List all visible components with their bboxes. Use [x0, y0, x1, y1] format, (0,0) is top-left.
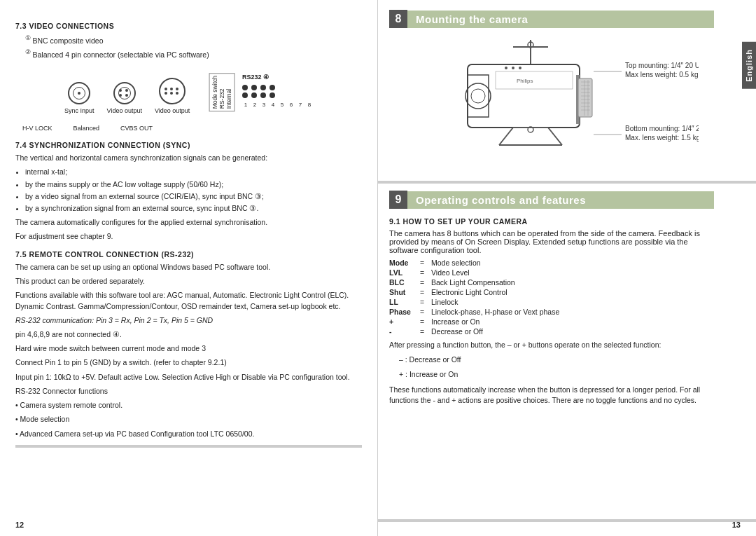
svg-text:Bottom mounting: 1/4″  20 UNC: Bottom mounting: 1/4″ 20 UNC	[625, 125, 699, 132]
pin-dot	[164, 88, 167, 90]
svg-point-11	[519, 67, 522, 69]
feature-row-blc: BLC = Back Light Compensation	[389, 278, 714, 287]
pin-dot	[251, 85, 257, 90]
feature-eq: =	[420, 308, 428, 316]
sync-bullets: internal x-tal; by the mains supply or t…	[25, 167, 362, 214]
pin-dot	[119, 89, 122, 92]
connector-circle	[68, 82, 90, 104]
feature-eq: =	[420, 268, 428, 277]
list-item: by a synchronization signal from an exte…	[25, 203, 362, 214]
increase-label: + : Increase or On	[399, 369, 714, 380]
section9-title: Operating controls and features	[407, 191, 714, 209]
pin-dot	[251, 92, 257, 98]
pin-num: 8	[306, 101, 313, 109]
section9-header: 9 Operating controls and features	[389, 191, 714, 209]
pin-num: 1	[242, 101, 249, 109]
feature-row-shut: Shut = Electronic Light Control	[389, 288, 714, 296]
decrease-label: – : Decrease or Off	[399, 355, 714, 365]
pin-dot	[260, 92, 266, 98]
svg-line-27	[548, 128, 562, 145]
pin-dot	[170, 92, 173, 95]
section-divider	[378, 181, 756, 184]
right-page: English 8 Mounting the camera	[378, 0, 756, 536]
list-item: BNC composite video	[25, 34, 362, 46]
pin-dot	[125, 89, 128, 92]
feature-val: Electronic Light Control	[431, 288, 714, 296]
page-container: 7.3 Video Connections BNC composite vide…	[0, 0, 756, 536]
feature-key: LL	[389, 298, 417, 306]
connector-label: Sync Input	[64, 106, 94, 116]
connector-label: Video output	[107, 106, 142, 116]
svg-text:Max lens weight:  0.5 kg: Max lens weight: 0.5 kg	[625, 71, 699, 78]
pin-dot	[242, 92, 248, 98]
feature-val: Video Level	[431, 268, 714, 277]
feature-key: Shut	[389, 288, 417, 296]
feature-row-lvl: LVL = Video Level	[389, 268, 714, 277]
svg-point-9	[505, 67, 507, 69]
connector-circle-large	[159, 78, 186, 104]
balanced-label: Balanced	[74, 124, 100, 133]
connector-diagram: ③ Sync Input ②	[15, 66, 362, 118]
remote-para-12: RS-232 Connector functions	[15, 386, 362, 397]
feature-row-mode: Mode = Mode selection	[389, 259, 714, 267]
feature-eq: =	[420, 288, 428, 296]
after-pressing-text: After pressing a function button, the – …	[389, 340, 714, 350]
connector-video1: ① Video ou	[155, 78, 190, 116]
pin-dot	[270, 92, 275, 98]
connector-video2: ② Video output	[107, 82, 142, 116]
remote-para-9: Connect Pin 1 to pin 5 (GND) by a switch…	[15, 357, 362, 368]
svg-text:Top mounting:     1/4″  20 UNC: Top mounting: 1/4″ 20 UNC	[625, 62, 699, 69]
section9-container: 9 Operating controls and features 9.1 Ho…	[378, 191, 756, 413]
remote-para-13: • Camera system remote control.	[15, 400, 362, 411]
feature-val: Mode selection	[431, 259, 714, 267]
feature-eq: =	[420, 327, 428, 336]
pin-dot	[242, 85, 248, 90]
feature-key: +	[389, 317, 417, 326]
connector-inner	[118, 87, 131, 99]
list-item: internal x-tal;	[25, 167, 362, 177]
final-note: These functions automatically increase w…	[389, 385, 714, 406]
feature-key: LVL	[389, 268, 417, 277]
svg-rect-7	[496, 71, 573, 89]
feature-key: BLC	[389, 278, 417, 287]
feature-key: Mode	[389, 259, 417, 267]
pin-num: 6	[288, 101, 295, 109]
camera-svg: Philips	[405, 36, 699, 170]
feature-row-phase: Phase = Linelock-phase, H-phase or Vext …	[389, 308, 714, 316]
pin-dot	[270, 85, 275, 90]
remote-para-1: This product can be ordered separately.	[15, 276, 362, 287]
remote-para-10: Input pin 1: 10kΩ to +5V. Default active…	[15, 372, 362, 383]
feature-eq: =	[420, 298, 428, 306]
connector-bottom-labels: H-V LOCK Balanced CVBS OUT	[22, 124, 362, 133]
list-item: by a video signal from an external sourc…	[25, 191, 362, 202]
video-connections-list: BNC composite video Balanced 4 pin conne…	[25, 34, 362, 60]
remote-para-8: Hard wire mode switch between current mo…	[15, 343, 362, 354]
pin-dot	[119, 94, 122, 97]
sync-after-1: For adjustment see chapter 9.	[15, 231, 362, 242]
subsection-74-title: 7.4 Synchronization Connection (Sync)	[15, 140, 362, 151]
list-item: Balanced 4 pin connector (selectable via…	[25, 48, 362, 60]
pin-num: 7	[297, 101, 304, 109]
pin-num: 4	[270, 101, 276, 109]
connector-num: ①	[169, 0, 175, 1]
connector-num: ③	[76, 0, 82, 1]
connector-inner	[73, 87, 85, 99]
english-tab: English	[742, 42, 756, 89]
feature-val: Decrease or Off	[431, 327, 714, 336]
sync-after-0: The camera automatically configures for …	[15, 217, 362, 228]
pin-dot	[170, 88, 173, 90]
rs232-pins	[242, 85, 313, 98]
rs232-label-text3: Mode switch	[211, 76, 218, 109]
rs232-side-label: Internal RS-232 Mode switch	[209, 73, 235, 111]
camera-diagram: Philips	[389, 36, 714, 170]
feature-eq: =	[420, 259, 428, 267]
section8-header: 8 Mounting the camera	[389, 10, 714, 28]
cvbs-out-label: CVBS OUT	[120, 124, 153, 133]
page-number-left: 12	[15, 521, 24, 529]
section9-number: 9	[389, 191, 407, 209]
connector-inner-text	[164, 88, 180, 95]
hv-lock-label: H-V LOCK	[22, 124, 52, 133]
remote-para-15: • Advanced Camera set-up via PC based Co…	[15, 429, 362, 439]
remote-para-0: The camera can be set up using an option…	[15, 262, 362, 273]
feature-val: Linelock-phase, H-phase or Vext phase	[431, 308, 714, 316]
